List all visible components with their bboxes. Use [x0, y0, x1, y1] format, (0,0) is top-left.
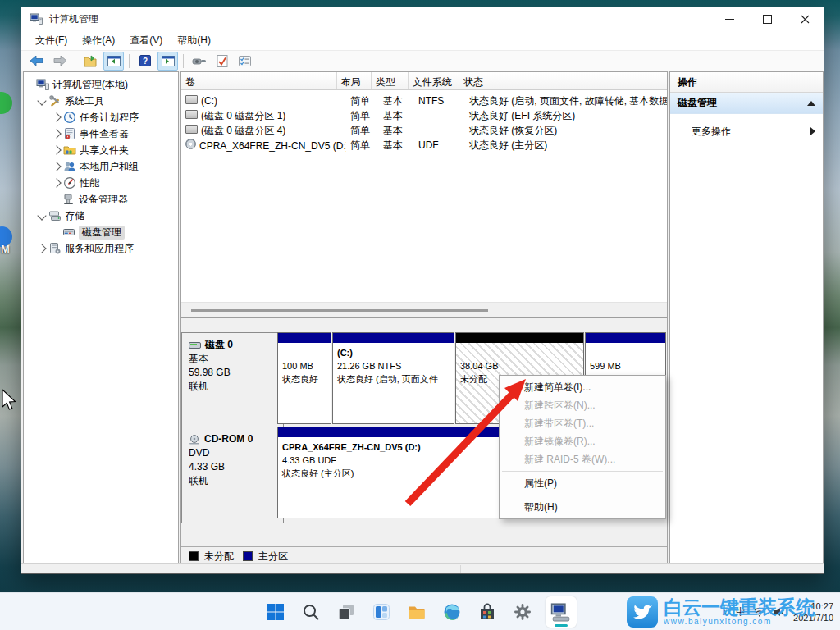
watermark: 白云一键重装系统 www.baiyunxitong.com — [627, 594, 838, 630]
task-view-icon[interactable] — [334, 600, 358, 624]
check-document-button[interactable] — [212, 52, 232, 71]
watermark-bird-icon — [627, 596, 658, 628]
column-header-type[interactable]: 类型 — [372, 72, 409, 89]
status-bar — [21, 563, 824, 573]
tree-root-computer-management[interactable]: 计算机管理(本地) — [24, 76, 178, 93]
tree-item-disk-management[interactable]: 磁盘管理 — [24, 224, 178, 240]
column-header-volume[interactable]: 卷 — [181, 72, 337, 89]
system-tools-icon — [48, 94, 62, 107]
disk0-status: 联机 — [189, 380, 283, 394]
chevron-right-icon[interactable] — [37, 244, 46, 253]
chevron-right-icon[interactable] — [52, 162, 61, 171]
search-icon[interactable] — [299, 600, 323, 624]
tree-item-performance[interactable]: 性能 — [24, 175, 178, 191]
cdrom-size: 4.33 GB — [189, 460, 283, 474]
close-button[interactable] — [786, 7, 824, 30]
legend-swatch-primary — [243, 551, 253, 561]
partition-color-bar — [586, 333, 665, 343]
desktop: M 计算机管理 文件(F) 操作(A) 查看(V) 帮助(H) — [0, 0, 840, 630]
computer-management-icon — [550, 601, 572, 623]
widgets-icon[interactable] — [369, 600, 394, 624]
volume-list-header: 卷 布局 类型 文件系统 状态 — [181, 72, 667, 90]
partition-color-bar — [333, 333, 454, 343]
menu-item-properties[interactable]: 属性(P) — [500, 474, 665, 492]
minimize-button[interactable] — [710, 7, 748, 30]
menu-item-new-raid5-volume: 新建 RAID-5 卷(W)... — [500, 450, 665, 468]
tree-item-label: 存储 — [65, 209, 84, 223]
menu-action[interactable]: 操作(A) — [75, 31, 122, 50]
menu-file[interactable]: 文件(F) — [28, 31, 75, 50]
tree-item-system-tools[interactable]: 系统工具 — [24, 93, 178, 109]
microsoft-store-icon[interactable] — [475, 600, 500, 624]
partition-efi[interactable]: 100 MB状态良好 — [277, 332, 331, 424]
desktop-icon-label: M — [1, 243, 10, 255]
volume-icon — [185, 110, 198, 119]
cdrom-type: DVD — [189, 446, 283, 460]
volume-row-partition4[interactable]: (磁盘 0 磁盘分区 4) 简单 基本 状态良好 (恢复分区) — [181, 123, 668, 138]
settings-gear-icon[interactable] — [510, 600, 535, 624]
start-button[interactable] — [263, 600, 288, 624]
menu-item-new-simple-volume[interactable]: 新建简单卷(I)... — [500, 378, 665, 396]
maximize-button[interactable] — [748, 7, 786, 30]
chevron-down-icon[interactable] — [37, 211, 46, 220]
export-list-button[interactable] — [80, 52, 101, 71]
cdrom-info-box[interactable]: CD-ROM 0 DVD 4.33 GB 联机 — [181, 427, 284, 523]
column-header-layout[interactable]: 布局 — [337, 72, 372, 89]
menu-item-help[interactable]: 帮助(H) — [500, 498, 665, 516]
computer-management-window: 计算机管理 文件(F) 操作(A) 查看(V) 帮助(H) ? — [21, 7, 824, 574]
tree-item-task-scheduler[interactable]: 任务计划程序 — [24, 109, 178, 126]
rescan-disks-button[interactable] — [189, 52, 209, 71]
computer-management-taskbar-button[interactable] — [546, 596, 577, 628]
console-tree-toggle-button[interactable] — [103, 52, 124, 71]
edge-browser-icon[interactable] — [440, 600, 464, 624]
close-icon — [801, 15, 810, 24]
tree-item-local-users-groups[interactable]: 本地用户和组 — [24, 158, 178, 175]
active-app-indicator — [555, 624, 568, 627]
chevron-right-icon[interactable] — [52, 178, 61, 187]
forward-button[interactable] — [49, 52, 70, 71]
disk0-info-box[interactable]: 磁盘 0 基本 59.98 GB 联机 — [181, 332, 284, 429]
task-scheduler-icon — [63, 111, 76, 124]
volume-row-dvd[interactable]: CPRA_X64FRE_ZH-CN_DV5 (D:) 简单 基本 UDF 状态良… — [181, 138, 668, 153]
title-bar[interactable]: 计算机管理 — [21, 7, 824, 30]
tree-item-storage[interactable]: 存储 — [24, 208, 178, 224]
more-actions-item[interactable]: 更多操作 — [670, 122, 823, 140]
menu-view[interactable]: 查看(V) — [122, 31, 170, 50]
submenu-arrow-icon — [810, 127, 815, 135]
horizontal-scrollbar[interactable] — [181, 302, 667, 317]
tree-item-shared-folders[interactable]: 共享文件夹 — [24, 142, 178, 158]
checklist-button[interactable] — [235, 52, 255, 71]
computer-icon — [36, 78, 49, 91]
tree-item-event-viewer[interactable]: 事件查看器 — [24, 126, 178, 142]
column-header-status[interactable]: 状态 — [459, 72, 667, 89]
collapse-icon[interactable] — [807, 101, 815, 106]
chevron-right-icon[interactable] — [52, 145, 61, 154]
back-button[interactable] — [26, 52, 47, 71]
chevron-right-icon[interactable] — [52, 112, 61, 121]
chevron-right-icon[interactable] — [52, 129, 61, 138]
column-header-filesystem[interactable]: 文件系统 — [409, 72, 459, 89]
help-button[interactable]: ? — [135, 52, 155, 71]
volume-row-partition1[interactable]: (磁盘 0 磁盘分区 1) 简单 基本 状态良好 (EFI 系统分区) — [181, 108, 668, 123]
tree-item-services-applications[interactable]: 服务和应用程序 — [24, 240, 178, 257]
chevron-down-icon[interactable] — [37, 96, 46, 105]
volume-row-c[interactable]: (C:) 简单 基本 NTFS 状态良好 (启动, 页面文件, 故障转储, 基本… — [181, 94, 668, 108]
menu-item-new-striped-volume: 新建带区卷(T)... — [500, 414, 665, 432]
watermark-title: 白云一键重装系统 — [664, 598, 815, 617]
file-explorer-icon[interactable] — [404, 600, 429, 624]
partition-color-bar — [456, 333, 583, 343]
action-pane-toggle-button[interactable] — [158, 52, 178, 71]
maximize-icon — [763, 15, 772, 24]
disk0-type: 基本 — [189, 352, 283, 366]
partition-c[interactable]: (C:)21.26 GB NTFS状态良好 (启动, 页面文件 — [332, 332, 454, 424]
tree-item-device-manager[interactable]: 设备管理器 — [24, 191, 178, 208]
menu-help[interactable]: 帮助(H) — [170, 31, 218, 50]
event-viewer-icon — [63, 127, 76, 140]
menu-item-new-mirrored-volume: 新建镜像卷(R)... — [500, 432, 665, 450]
desktop-icon-green[interactable] — [0, 92, 12, 114]
tree-item-label: 性能 — [80, 176, 99, 190]
scrollbar-thumb[interactable] — [191, 309, 488, 312]
actions-group-disk-management[interactable]: 磁盘管理 — [670, 93, 823, 114]
mouse-cursor — [0, 389, 18, 412]
cdrom-icon — [189, 435, 200, 445]
